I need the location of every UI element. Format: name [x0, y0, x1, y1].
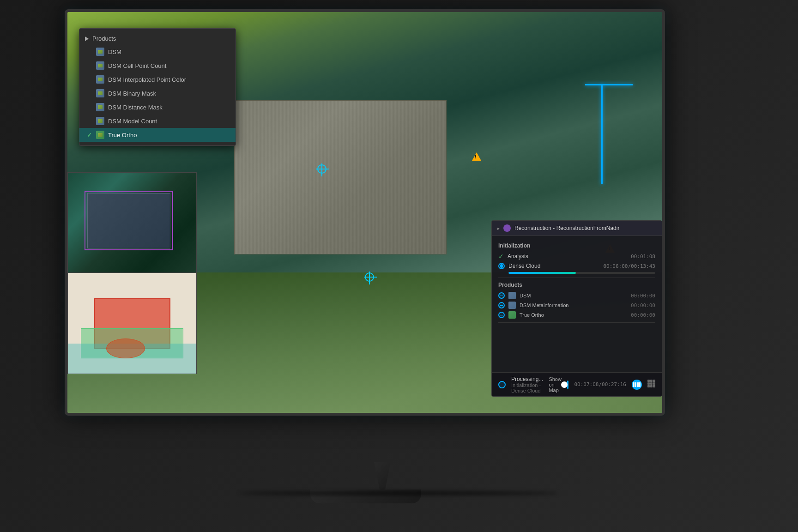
- grid-cell-8: [650, 385, 653, 387]
- status-sublabel: Initialization - Dense Cloud: [511, 382, 543, 393]
- schematic-overlay: [68, 273, 196, 374]
- annotation-line-horizontal: [585, 84, 633, 85]
- analysis-row: ✓ Analysis 00:01:08: [498, 253, 655, 260]
- reconstruction-panel: ▸ Reconstruction - ReconstructionFromNad…: [491, 220, 662, 397]
- dense-cloud-time: 00:06:00/00:13:43: [603, 263, 655, 269]
- dense-cloud-label: Dense Cloud: [508, 263, 599, 269]
- analysis-time: 00:01:08: [631, 254, 655, 260]
- dense-cloud-progress-bar-container: [508, 272, 655, 274]
- true-ortho-time-circle: [498, 312, 505, 318]
- product-row-dsm-meta: DSM Metainformation 00:00:00: [498, 302, 655, 309]
- dsm-meta-time-circle: [498, 302, 505, 308]
- annotation-line-vertical: [601, 84, 603, 184]
- grid-cell-4: [647, 382, 650, 385]
- dropdown-item-dsm-binary-mask[interactable]: DSM Binary Mask: [79, 86, 236, 100]
- dsm-meta-product-icon: [508, 302, 516, 309]
- monitor: ! !: [65, 9, 711, 462]
- dsm-cell-point-count-icon: [96, 61, 104, 70]
- product-row-dsm: DSM 00:00:00: [498, 292, 655, 299]
- dsm-distance-mask-label: DSM Distance Mask: [108, 104, 163, 111]
- dsm-product-icon: [508, 292, 516, 299]
- main-building: [234, 100, 447, 254]
- grid-cell-3: [653, 380, 655, 382]
- dense-cloud-progress-circle: [498, 263, 505, 269]
- products-label: Products: [498, 282, 655, 288]
- panel-collapse-icon[interactable]: ▸: [497, 226, 500, 231]
- dense-cloud-progress-bar: [508, 272, 576, 274]
- collapse-triangle-icon: [85, 36, 89, 41]
- check-icon: ✓: [87, 132, 92, 139]
- processing-label: Processing...: [511, 376, 543, 382]
- dropdown-item-true-ortho[interactable]: ✓ True Ortho: [79, 128, 236, 142]
- true-ortho-product-label: True Ortho: [520, 312, 627, 318]
- dense-cloud-row: Dense Cloud 00:06:00/00:13:43: [498, 263, 655, 269]
- status-progress-circle: [498, 381, 506, 388]
- crosshair-1: [317, 164, 326, 174]
- grid-cell-2: [650, 380, 653, 382]
- dropdown-item-dsm-interpolated-point-color[interactable]: DSM Interpolated Point Color: [79, 73, 236, 86]
- dsm-distance-mask-icon: [96, 103, 104, 111]
- dsm-binary-mask-label: DSM Binary Mask: [108, 90, 156, 97]
- panel-header: ▸ Reconstruction - ReconstructionFromNad…: [492, 221, 662, 236]
- dropdown-item-dsm[interactable]: DSM: [79, 45, 236, 59]
- pause-button[interactable]: [632, 380, 642, 390]
- dropdown-item-dsm-model-count[interactable]: DSM Model Count: [79, 114, 236, 128]
- dsm-interpolated-icon: [96, 75, 104, 84]
- monitor-screen: ! !: [65, 9, 665, 416]
- show-on-map-toggle[interactable]: [567, 381, 569, 389]
- true-ortho-product-time: 00:00:00: [631, 312, 655, 318]
- status-timer: 00:07:08/00:27:16: [574, 381, 626, 387]
- dsm-label: DSM: [108, 48, 121, 55]
- panel-icon: [503, 224, 511, 232]
- grid-cell-9: [653, 385, 655, 387]
- products-section-label: Products: [92, 35, 116, 42]
- show-on-map-label: Show on Map: [549, 376, 562, 393]
- dsm-interpolated-label: DSM Interpolated Point Color: [108, 76, 186, 83]
- true-ortho-label: True Ortho: [108, 132, 137, 139]
- grid-cell-7: [647, 385, 650, 387]
- panel-title: Reconstruction - ReconstructionFromNadir: [514, 225, 656, 231]
- dsm-model-count-label: DSM Model Count: [108, 118, 157, 125]
- dsm-meta-product-label: DSM Metainformation: [520, 302, 627, 308]
- small-viewport-1: [67, 172, 197, 274]
- panel-content: Initialization ✓ Analysis 00:01:08 Dense…: [492, 236, 662, 331]
- building-roof: [235, 101, 446, 254]
- dsm-binary-mask-icon: [96, 89, 104, 97]
- section-divider: [498, 278, 655, 278]
- monitor-stand-neck: [369, 462, 396, 490]
- products-dropdown: Products DSM DSM Cell Point Count DSM In…: [79, 28, 236, 146]
- products-section-header[interactable]: Products: [79, 32, 236, 45]
- product-row-true-ortho: True Ortho 00:00:00: [498, 311, 655, 319]
- status-divider: [498, 322, 655, 323]
- dsm-product-time: 00:00:00: [631, 293, 655, 299]
- scene: ! !: [0, 0, 798, 532]
- dsm-time-circle: [498, 292, 505, 299]
- grid-cell-1: [647, 380, 650, 382]
- grid-cell-6: [653, 382, 655, 385]
- monitor-shadow: [239, 491, 558, 495]
- true-ortho-product-icon: [508, 311, 516, 319]
- dropdown-item-dsm-distance-mask[interactable]: DSM Distance Mask: [79, 100, 236, 114]
- small-viewport-2: [67, 272, 197, 374]
- dsm-cell-point-count-label: DSM Cell Point Count: [108, 62, 166, 69]
- initialization-label: Initialization: [498, 242, 655, 249]
- grid-settings-button[interactable]: [647, 380, 655, 390]
- dsm-meta-product-time: 00:00:00: [631, 302, 655, 308]
- true-ortho-icon: [96, 131, 104, 139]
- status-bar: Processing... Initialization - Dense Clo…: [492, 372, 662, 396]
- dsm-icon: [96, 48, 104, 56]
- dsm-product-label: DSM: [520, 293, 627, 298]
- grid-cell-5: [650, 382, 653, 385]
- dropdown-item-dsm-cell-point-count[interactable]: DSM Cell Point Count: [79, 59, 236, 73]
- warning-triangle-1: !: [472, 152, 481, 161]
- analysis-check-icon: ✓: [498, 253, 504, 260]
- dsm-model-count-icon: [96, 117, 104, 125]
- analysis-label: Analysis: [508, 253, 627, 260]
